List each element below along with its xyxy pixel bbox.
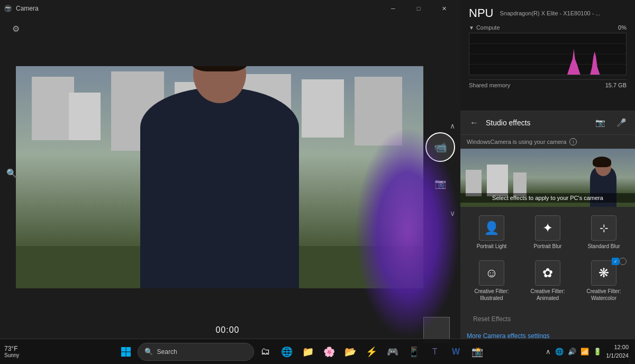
studio-title: Studio effects xyxy=(486,119,588,127)
record-button[interactable]: 📹 xyxy=(425,132,455,162)
widgets-icon: 🌐 xyxy=(281,346,293,358)
chevron-down-small: ▼ xyxy=(469,25,474,31)
portrait-light-icon-box: 👤 xyxy=(479,215,504,241)
back-button[interactable]: ← xyxy=(467,115,482,130)
camera-icon-small: 📷 xyxy=(595,118,605,128)
taskbar-center: 🔍 Search 🗂 🌐 📁 🌸 📂 ⚡ 🎮 📱 T xyxy=(64,342,539,361)
camera-taskbar-button[interactable]: 📸 xyxy=(468,342,487,361)
zoom-button[interactable]: 🔍 xyxy=(6,168,17,178)
settings-button[interactable]: ⚙ xyxy=(6,19,25,38)
creative-illustrated-icon-box: ☺ xyxy=(479,260,504,286)
game-icon: 🎮 xyxy=(387,346,398,358)
battery-icon[interactable]: 🔋 xyxy=(593,348,602,356)
creative-animated-icon-box: ✿ xyxy=(535,260,560,286)
camera-controls: 📹 📷 xyxy=(425,132,455,195)
creative-animated-icon: ✿ xyxy=(542,266,553,280)
teams-button[interactable]: T xyxy=(425,342,444,361)
video-camera-icon: 📹 xyxy=(434,141,447,153)
npu-chip-name: Snapdragon(R) X Elite - X1E80100 - ... xyxy=(500,10,627,16)
info-icon[interactable]: i xyxy=(569,138,577,145)
minimize-button[interactable]: ─ xyxy=(381,0,405,17)
memory-value: 15.7 GB xyxy=(605,82,627,88)
effect-portrait-light[interactable]: 👤 Portrait Light xyxy=(465,211,519,254)
select-circle xyxy=(619,258,627,265)
compute-label: ▼ Compute 0% xyxy=(469,24,627,31)
close-button[interactable]: ✕ xyxy=(432,0,456,17)
effects-grid: 👤 Portrait Light ✦ Portrait Blur ⊹ Stand… xyxy=(460,207,635,310)
studio-notice: WindowsCamera is using your camera i xyxy=(460,135,635,149)
npu-title: NPU xyxy=(469,6,493,20)
creative-animated-label: Creative Filter: Animated xyxy=(523,288,573,302)
start-button[interactable] xyxy=(116,342,135,361)
camera-settings-icon[interactable]: 📷 xyxy=(593,115,607,130)
volume-icon[interactable]: 🔊 xyxy=(568,348,576,356)
effect-creative-illustrated[interactable]: ☺ Creative Filter: Illustrated xyxy=(465,256,519,306)
notice-text: WindowsCamera is using your camera xyxy=(467,139,566,145)
camera-window: 📷 Camera ─ □ ✕ ⚙ xyxy=(0,0,460,345)
network-icon[interactable]: 🌐 xyxy=(555,348,564,356)
microphone-icon: 🎤 xyxy=(616,118,627,128)
creative-watercolor-icon: ❋ xyxy=(598,266,609,280)
svg-rect-6 xyxy=(121,352,126,357)
taskbar: 73°F Sunny 🔍 Search 🗂 🌐 📁 xyxy=(0,339,635,364)
word-button[interactable]: W xyxy=(447,342,466,361)
effect-portrait-blur[interactable]: ✦ Portrait Blur xyxy=(521,211,575,254)
phone-link-button[interactable]: 📱 xyxy=(404,342,423,361)
phone-icon: 📱 xyxy=(408,346,420,358)
svg-rect-4 xyxy=(121,347,126,352)
up-chevron[interactable]: ∧ xyxy=(450,122,455,130)
widgets-button[interactable]: 🌐 xyxy=(277,342,296,361)
weather-condition: Sunny xyxy=(4,352,19,358)
npu-chart xyxy=(469,33,627,75)
effect-creative-animated[interactable]: ✿ Creative Filter: Animated xyxy=(521,256,575,306)
game-button[interactable]: 🎮 xyxy=(383,342,402,361)
windows-logo-icon xyxy=(121,347,131,357)
titlebar-left: 📷 Camera xyxy=(4,5,39,12)
studio-overlay-text: Select effects to apply to your PC's cam… xyxy=(460,193,635,203)
reset-effects-button[interactable]: Reset Effects xyxy=(467,312,629,326)
window-controls: ─ □ ✕ xyxy=(381,0,456,17)
effect-standard-blur[interactable]: ⊹ Standard Blur xyxy=(577,211,631,254)
file-explorer-button[interactable]: 📁 xyxy=(298,342,318,361)
task-view-icon: 🗂 xyxy=(261,346,270,357)
system-tray: ∧ 🌐 🔊 📶 🔋 12:00 1/1/2024 xyxy=(539,343,635,360)
portrait-blur-icon-box: ✦ xyxy=(535,215,560,241)
chevron-up-tray[interactable]: ∧ xyxy=(546,348,551,356)
task-view-button[interactable]: 🗂 xyxy=(256,342,275,361)
camera-taskbar-icon: 📸 xyxy=(471,346,483,358)
files-button[interactable]: 📂 xyxy=(341,342,360,361)
edge-icon: ⚡ xyxy=(366,346,377,358)
camera-bottom: 00:00 xyxy=(0,325,455,335)
files-icon: 📂 xyxy=(344,346,356,358)
folder-icon: 📁 xyxy=(302,346,314,358)
camera-titlebar: 📷 Camera ─ □ ✕ xyxy=(0,0,460,17)
weather-widget: 73°F Sunny xyxy=(4,345,19,358)
photo-button[interactable]: 📷 xyxy=(429,172,451,195)
wifi-icon[interactable]: 📶 xyxy=(580,348,589,356)
chevron-down-icon: ∨ xyxy=(450,209,455,217)
search-text: Search xyxy=(157,348,177,356)
temperature: 73°F xyxy=(4,345,19,352)
chevron-up-icon: ∧ xyxy=(450,122,455,130)
portrait-blur-icon: ✦ xyxy=(542,221,553,235)
search-bar[interactable]: 🔍 Search xyxy=(138,343,254,361)
edge-browser-button[interactable]: ⚡ xyxy=(362,342,381,361)
zoom-icon: 🔍 xyxy=(6,169,17,178)
clock[interactable]: 12:00 1/1/2024 xyxy=(606,343,629,360)
studio-header-icons: 📷 🎤 xyxy=(593,115,629,130)
mic-icon-btn[interactable]: 🎤 xyxy=(614,115,629,130)
taskbar-weather[interactable]: 73°F Sunny xyxy=(0,345,64,358)
down-chevron[interactable]: ∨ xyxy=(450,209,455,217)
effect-creative-watercolor[interactable]: ❋ ✓ Creative Filter: Watercolor xyxy=(577,256,631,306)
pink-icon-button[interactable]: 🌸 xyxy=(320,342,339,361)
app-icon: 📷 xyxy=(4,5,12,12)
camera-scene xyxy=(16,66,423,288)
creative-illustrated-label: Creative Filter: Illustrated xyxy=(467,288,516,302)
window-title: Camera xyxy=(16,5,39,12)
standard-blur-icon: ⊹ xyxy=(600,222,609,234)
portrait-light-icon: 👤 xyxy=(484,221,500,235)
maximize-button[interactable]: □ xyxy=(406,0,431,17)
standard-blur-label: Standard Blur xyxy=(587,243,620,250)
portrait-light-label: Portrait Light xyxy=(477,243,507,250)
word-icon: W xyxy=(452,347,460,357)
